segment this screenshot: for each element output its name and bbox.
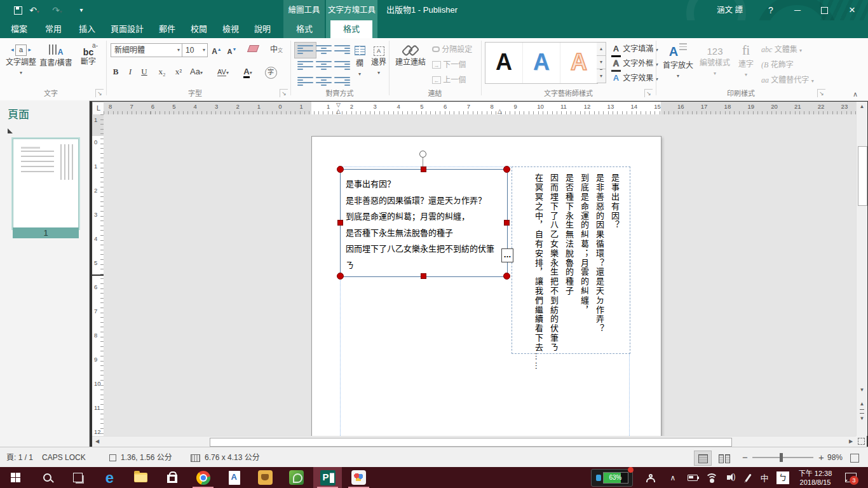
start-button[interactable] <box>1 467 30 488</box>
tab-page-design[interactable]: 頁面設計 <box>105 20 149 38</box>
vertical-text-box[interactable]: 是事出有因？是非善惡的因果循環？還是天ㄉ作弄？到底是命運的糾葛；月雲的糾纏，是否… <box>512 166 630 354</box>
tab-help[interactable]: 說明 <box>249 20 276 38</box>
columns-button[interactable]: 欄▾ <box>351 41 369 88</box>
customize-quick-access-button[interactable]: ▾ <box>74 3 89 18</box>
show-hidden-icons-button[interactable]: ∧ <box>665 467 681 488</box>
taskbar-chrome[interactable] <box>189 467 217 488</box>
fit-page-corner-button[interactable] <box>856 436 867 447</box>
page-indicator[interactable]: 頁: 1 / 1 <box>6 447 33 468</box>
vertical-scroll-thumb[interactable] <box>858 146 867 206</box>
collapse-ribbon-button[interactable]: ∧ <box>853 90 858 98</box>
zoom-out-button[interactable]: − <box>742 447 748 468</box>
drop-cap-button[interactable]: A 首字放大▾ <box>661 41 695 88</box>
text-outline-button[interactable]: A 文字外框 ▾ <box>611 57 658 70</box>
single-page-view-button[interactable] <box>694 451 712 466</box>
ime-mode-indicator[interactable]: ㄅ <box>774 467 792 488</box>
save-icon[interactable] <box>14 6 22 15</box>
minimize-button[interactable]: ─ <box>787 0 808 20</box>
enclose-characters-button[interactable]: 字 <box>263 65 278 79</box>
italic-button[interactable]: I <box>125 65 136 79</box>
taskbar-edge[interactable]: e <box>95 467 124 488</box>
taskbar-document-app[interactable] <box>220 467 248 488</box>
ligatures-button[interactable]: fi 連字▾ <box>735 41 757 88</box>
zoom-slider-thumb[interactable] <box>780 453 783 462</box>
align-top-right-button[interactable] <box>331 42 353 58</box>
tab-insert[interactable]: 插入 <box>74 20 100 38</box>
zoom-slider-track[interactable] <box>752 457 813 458</box>
first-line-indent-marker[interactable]: ▽ <box>336 102 341 107</box>
stylistic-sets-button[interactable]: abc 文體集 ▾ <box>761 43 802 57</box>
resize-handle-bottom-left[interactable] <box>337 273 344 280</box>
align-bottom-right-button[interactable] <box>331 74 353 90</box>
font-color-button[interactable]: A▾ <box>239 65 257 79</box>
character-spacing-button[interactable]: AV▾ <box>212 65 234 79</box>
align-middle-right-button[interactable] <box>331 58 353 74</box>
clock[interactable]: 下午 12:38 2018/8/15 <box>793 469 837 487</box>
resize-handle-middle-left[interactable] <box>337 220 343 226</box>
resize-handle-top-right[interactable] <box>503 166 510 173</box>
search-button[interactable] <box>33 467 62 488</box>
font-group-dialog-launcher[interactable]: ↘ <box>280 89 288 97</box>
next-page-button[interactable]: ▼ <box>857 413 867 423</box>
horizontal-scrollbar[interactable]: ◀ ▶ <box>92 436 856 447</box>
right-indent-marker[interactable]: △ <box>498 109 502 114</box>
people-button[interactable] <box>641 467 661 488</box>
previous-page-button[interactable]: ▲ <box>857 399 867 409</box>
create-link-button[interactable]: 建立連結 <box>393 41 428 88</box>
ruler-origin-button[interactable]: L <box>92 102 105 116</box>
tab-home[interactable]: 常用 <box>39 20 67 38</box>
account-name[interactable]: 涵文 譚 <box>717 0 743 20</box>
underline-button[interactable]: U <box>139 65 150 79</box>
wordart-style-outline[interactable]: A <box>560 43 597 83</box>
taskbar-store[interactable] <box>158 467 186 488</box>
wordart-gallery-down-button[interactable]: ▾ <box>597 55 606 70</box>
stylistic-alternates-button[interactable]: aa 文體替代字 ▾ <box>761 74 814 87</box>
wordart-gallery-more-button[interactable]: ▾ <box>597 69 606 83</box>
maximize-button[interactable] <box>813 0 835 20</box>
close-button[interactable]: × <box>841 0 863 20</box>
horizontal-scroll-thumb[interactable] <box>210 438 732 447</box>
tab-view[interactable]: 檢視 <box>217 20 244 38</box>
wordart-gallery-up-button[interactable]: ▴ <box>597 42 606 57</box>
scroll-up-button[interactable]: ▲ <box>857 102 867 112</box>
tray-network[interactable] <box>703 467 721 488</box>
tab-format-textbox[interactable]: 格式 <box>330 20 372 38</box>
undo-button[interactable]: ↶▾ <box>27 3 42 18</box>
grow-font-button[interactable]: A▲ <box>210 43 224 56</box>
help-button[interactable]: ? <box>760 0 782 20</box>
text-overflow-indicator[interactable]: … <box>501 248 513 262</box>
resize-handle-middle-right[interactable] <box>504 220 510 226</box>
change-case-button[interactable]: Aa▾ <box>188 65 205 79</box>
scroll-right-button[interactable]: ▶ <box>846 437 856 447</box>
ime-language-indicator[interactable]: 中 <box>756 467 773 488</box>
taskbar-file-explorer[interactable] <box>126 467 155 488</box>
wordart-style-plain[interactable]: A <box>485 43 523 83</box>
margins-button[interactable]: A 邊界▾ <box>370 41 388 88</box>
two-page-view-button[interactable] <box>715 451 733 466</box>
resize-handle-top-left[interactable] <box>337 166 344 173</box>
scroll-left-button[interactable]: ◀ <box>92 437 102 447</box>
redo-button[interactable]: ↷▾ <box>50 3 65 18</box>
tray-volume[interactable] <box>721 467 740 488</box>
font-name-combo[interactable]: 新細明體▾ <box>111 43 182 57</box>
text-effects-button[interactable]: A 文字效果 ▾ <box>611 71 658 85</box>
tray-battery[interactable] <box>684 467 702 488</box>
bold-button[interactable]: B <box>109 65 122 79</box>
breaks-button[interactable]: 分隔設定 <box>432 43 472 57</box>
collapse-panel-icon[interactable] <box>8 128 13 133</box>
battery-widget[interactable]: 63% <box>591 469 633 487</box>
clear-formatting-button[interactable] <box>245 43 261 56</box>
zoom-in-button[interactable]: + <box>818 447 824 468</box>
rotation-handle[interactable] <box>419 151 426 158</box>
page-number-label[interactable]: 1 <box>13 227 79 238</box>
subscript-button[interactable]: x₂ <box>155 65 169 79</box>
resize-handle-bottom-right[interactable] <box>503 273 510 280</box>
object-position-value[interactable]: 1.36, 1.56 公分 <box>121 447 172 468</box>
scroll-down-button[interactable]: ▼ <box>857 385 867 395</box>
object-size-value[interactable]: 6.76 x 4.13 公分 <box>205 447 260 468</box>
next-textbox-button[interactable]: → 下一個 <box>432 58 466 72</box>
tab-review[interactable]: 校閱 <box>186 20 212 38</box>
task-view-button[interactable] <box>64 467 92 488</box>
resize-handle-top-center[interactable] <box>421 166 426 172</box>
wordart-style-blue[interactable]: A <box>523 43 560 83</box>
